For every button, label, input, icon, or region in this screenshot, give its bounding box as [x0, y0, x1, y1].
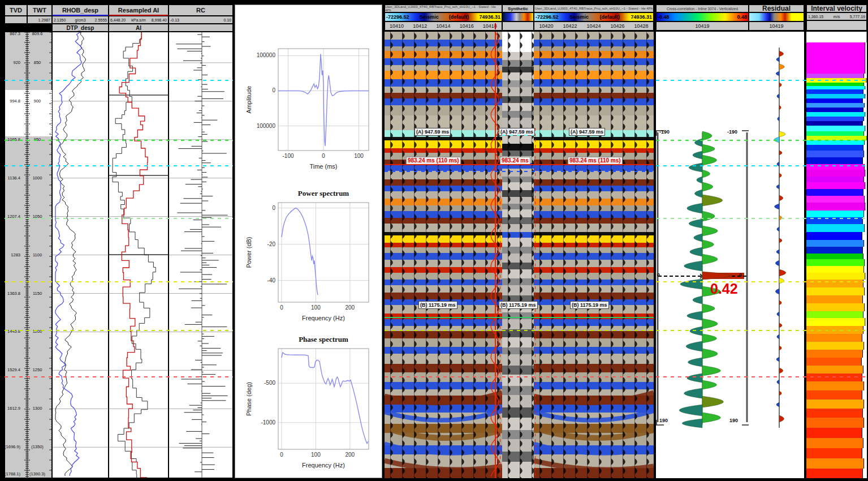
twt-label: 1150: [28, 291, 46, 296]
seismic-display-left[interactable]: [385, 32, 502, 478]
tie-marker-right[interactable]: 983.24 ms (110 ms): [568, 157, 623, 165]
tie-marker-mid[interactable]: 983.24 ms: [500, 157, 530, 165]
horizon-line: [656, 281, 867, 282]
xcorr-header: Cross-correlation - Inline 3074 - Vertic…: [656, 5, 749, 12]
svg-text:Time (ms): Time (ms): [309, 163, 337, 170]
seismic-right-colorbar[interactable]: -72296.52 Seismic (default) 74936.31: [534, 12, 654, 22]
horizon-line: [5, 165, 233, 166]
xcorr-axis-zero-right: 0: [739, 272, 742, 278]
wavelet-panel[interactable]: -10001001000000100000Time (ms)Amplitude0…: [235, 5, 382, 478]
tie-marker-left[interactable]: 983.24 ms (110 ms): [406, 157, 461, 165]
seismic-scale-max: 74936.31: [631, 14, 652, 20]
svg-text:Power spectrum: Power spectrum: [298, 189, 349, 197]
velocity-scale-row: 1,360.15 m/s 5,777.19: [806, 12, 867, 20]
svg-text:Frequency (Hz): Frequency (Hz): [302, 462, 345, 469]
seismic-label: Seismic: [569, 14, 589, 20]
horizon-line: [5, 80, 233, 81]
xcorr-bar-max: 0.48: [737, 14, 747, 20]
svg-text:0: 0: [280, 304, 283, 311]
svg-text:100000: 100000: [257, 123, 276, 129]
velocity-display[interactable]: [806, 32, 867, 478]
twt-label: 1250: [28, 367, 46, 372]
well-track-line[interactable]: [495, 32, 496, 478]
rhob-max: 2.5555: [95, 18, 107, 22]
twt-column-header: TWT: [27, 5, 52, 16]
residual-display[interactable]: [749, 32, 804, 478]
xcorr-axis-top-right: -190: [727, 129, 737, 135]
marker-a-left[interactable]: (A) 947.59 ms: [414, 128, 451, 136]
twt-label: 809.6: [28, 31, 46, 36]
marker-a-right[interactable]: (A) 947.59 ms: [569, 128, 605, 136]
svg-text:0: 0: [272, 87, 275, 93]
xcorr-display[interactable]: [656, 32, 749, 478]
twt-label: 900: [28, 98, 46, 104]
tvd-label: 1363.8: [5, 291, 20, 296]
rc-log-display[interactable]: [169, 32, 233, 478]
svg-text:-500: -500: [264, 380, 275, 386]
rc-max: 0.10: [223, 18, 231, 22]
ai-subtrack-header[interactable]: AI: [109, 24, 169, 32]
horizon-line: [656, 376, 867, 377]
residual-header: Residual: [749, 5, 804, 12]
horizon-line: [5, 281, 233, 282]
synthetic-colorbar[interactable]: [502, 12, 534, 22]
trace-number: 10420: [539, 23, 553, 29]
rhob-scale-row: 2.1350 g/cm3 2.5555: [52, 16, 109, 24]
tvd-label: (1768.1): [5, 471, 20, 476]
trace-number: 10428: [634, 23, 648, 29]
velocity-max: 5,777.19: [850, 15, 865, 19]
rhob-log-display[interactable]: [52, 32, 109, 478]
horizon-line: [5, 376, 233, 377]
svg-text:Frequency (Hz): Frequency (Hz): [302, 315, 345, 321]
seismic-right-source-label: User_3DLand_UJ003_4T40_RBTrace_Proj_sch_…: [534, 5, 654, 12]
tvd-label: 1529.4: [5, 367, 20, 372]
rhob-track-header[interactable]: RHOB_desp: [52, 5, 109, 16]
horizon-line: [385, 330, 654, 331]
svg-text:-100: -100: [282, 153, 293, 159]
residual-trace-number: 10419: [749, 22, 804, 31]
xcorr-bar-min: -0.48: [658, 14, 670, 20]
rc-subtrack-spacer: [169, 24, 233, 32]
xcorr-trace-number: 10419: [656, 22, 749, 31]
trace-number: 10422: [563, 23, 577, 29]
svg-text:200: 200: [345, 452, 355, 458]
horizon-line: [385, 317, 654, 318]
twt-label: 1300: [28, 406, 46, 411]
rhob-subtrack-header[interactable]: DTP_desp: [52, 24, 109, 32]
horizon-line: [5, 218, 233, 219]
seismic-left-colorbar[interactable]: -72296.52 Seismic (default) 74936.31: [385, 12, 502, 22]
ai-unit: kPa.s/m: [131, 18, 145, 22]
trace-number: 10416: [460, 23, 474, 29]
svg-text:-40: -40: [267, 277, 276, 284]
trace-number: 10426: [610, 23, 624, 29]
twt-label: 1000: [28, 175, 46, 181]
horizon-line: [656, 80, 867, 81]
tvd-column-header: TVD: [5, 5, 27, 16]
svg-text:-20: -20: [267, 241, 276, 247]
seismic-scale-max: 74936.31: [479, 14, 500, 20]
marker-b-right[interactable]: (B) 1175.19 ms: [570, 301, 609, 309]
ai-log-display[interactable]: [109, 32, 169, 478]
horizon-line: [385, 376, 654, 377]
seismic-display-right[interactable]: [534, 32, 654, 478]
twt-label: (1350): [28, 444, 46, 449]
horizon-line: [5, 140, 233, 141]
velocity-min: 1,360.15: [808, 15, 823, 19]
svg-text:Phase (deg): Phase (deg): [245, 382, 252, 416]
horizon-line: [656, 165, 867, 166]
seismic-mode: (default): [599, 14, 620, 20]
well-position-tick: [495, 23, 496, 29]
seismic-label: Seismic: [420, 14, 439, 20]
svg-text:0: 0: [322, 153, 325, 159]
horizon-line: [656, 330, 867, 331]
rc-track-header[interactable]: RC: [169, 5, 233, 16]
synthetic-display[interactable]: [502, 32, 534, 478]
tvd-label: 994.8: [5, 98, 20, 104]
trace-number: 10412: [413, 23, 427, 29]
marker-b-mid[interactable]: (B) 1175.19 ms: [499, 301, 538, 309]
xcorr-colorbar[interactable]: -0.48 0.48: [656, 12, 749, 22]
ai-track-header[interactable]: Resampled AI: [109, 5, 169, 16]
svg-text:Power (dB): Power (dB): [245, 237, 252, 268]
marker-b-left[interactable]: (B) 1175.19 ms: [418, 301, 457, 309]
residual-colorbar[interactable]: [749, 12, 804, 22]
